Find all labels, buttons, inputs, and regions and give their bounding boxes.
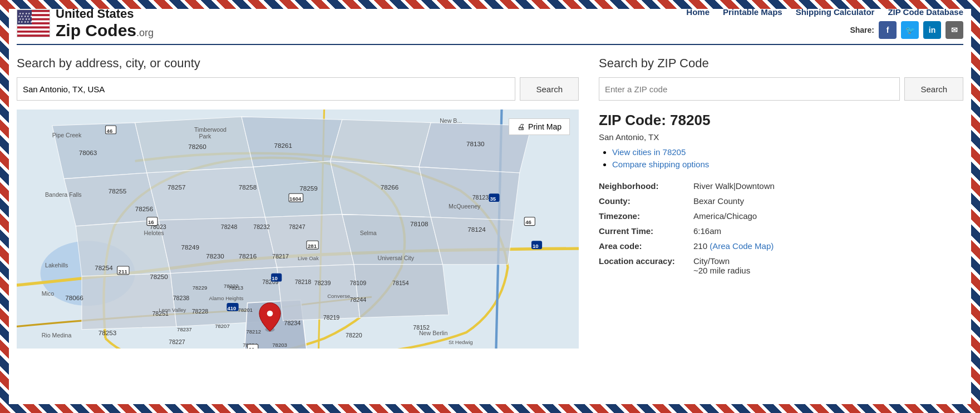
svg-marker-23 <box>330 120 431 167</box>
address-search-button[interactable]: Search <box>520 77 579 101</box>
svg-text:16: 16 <box>148 220 154 226</box>
svg-text:281: 281 <box>308 243 317 249</box>
svg-marker-35 <box>82 273 176 330</box>
logo-area: ★ ★ ★ ★ ★ ★ ★ ★ ★ ★ ★ ★ ★ ★ ★ ★ ★ ★ Unit… <box>17 7 154 39</box>
svg-marker-26 <box>147 167 265 221</box>
area-code-cell: 210 (Area Code Map) <box>693 238 963 253</box>
svg-text:78249: 78249 <box>181 244 200 251</box>
neighborhood-row: Neighborhood: River Walk|Downtown <box>599 178 963 193</box>
nav-printable-maps[interactable]: Printable Maps <box>723 7 782 17</box>
view-cities-link[interactable]: View cities in 78205 <box>612 147 686 157</box>
nav-zip-database[interactable]: ZIP Code Database <box>888 7 963 17</box>
address-search-input[interactable] <box>17 77 515 101</box>
zip-search-input[interactable] <box>599 77 900 101</box>
zip-search-row: Search <box>599 77 963 101</box>
svg-text:Selma: Selma <box>360 230 377 236</box>
svg-text:St Hedwig: St Hedwig <box>449 340 473 346</box>
svg-text:78203: 78203 <box>272 342 287 348</box>
svg-text:78230: 78230 <box>206 253 224 260</box>
svg-text:78250: 78250 <box>150 273 168 281</box>
print-map-button[interactable]: 🖨 Print Map <box>509 118 570 135</box>
svg-text:78217: 78217 <box>272 253 289 260</box>
compare-shipping-link[interactable]: Compare shipping options <box>612 160 709 169</box>
svg-marker-39 <box>354 265 449 318</box>
svg-text:78218: 78218 <box>295 278 312 285</box>
svg-text:78220: 78220 <box>346 332 362 339</box>
area-code-map-link[interactable]: (Area Code Map) <box>710 241 774 251</box>
svg-text:78229: 78229 <box>193 285 208 291</box>
svg-text:10: 10 <box>272 276 278 282</box>
svg-text:78212: 78212 <box>247 329 262 335</box>
printer-icon: 🖨 <box>517 122 525 131</box>
svg-text:Universal City: Universal City <box>378 255 415 262</box>
nav-home[interactable]: Home <box>686 7 710 17</box>
svg-text:78260: 78260 <box>188 143 206 151</box>
svg-text:78201: 78201 <box>238 307 253 313</box>
svg-text:46: 46 <box>107 128 113 134</box>
address-search-row: Search <box>17 77 579 101</box>
share-linkedin-button[interactable]: in <box>923 21 941 39</box>
svg-text:78207: 78207 <box>215 323 230 329</box>
svg-text:78124: 78124 <box>467 226 486 233</box>
svg-marker-29 <box>419 167 520 221</box>
nav-shipping-calculator[interactable]: Shipping Calculator <box>796 7 875 17</box>
svg-rect-8 <box>17 26 50 28</box>
svg-text:78227: 78227 <box>169 339 185 346</box>
map-container: 🖨 Print Map <box>17 110 579 349</box>
right-column: Search by ZIP Code Search ZIP Code: 7820… <box>579 56 963 349</box>
zip-link-item-cities: View cities in 78205 <box>612 147 963 157</box>
header-nav: Home Printable Maps Shipping Calculator … <box>686 7 963 39</box>
current-time-value: 6:16am <box>693 223 963 238</box>
svg-text:78216: 78216 <box>239 253 257 260</box>
nav-links: Home Printable Maps Shipping Calculator … <box>686 7 963 17</box>
svg-text:New B...: New B... <box>440 117 462 124</box>
svg-text:McQueeney: McQueeney <box>449 203 481 210</box>
svg-text:78239: 78239 <box>314 280 331 286</box>
svg-text:Helotes: Helotes <box>144 230 164 236</box>
zip-search-button[interactable]: Search <box>904 77 963 101</box>
share-facebook-button[interactable]: f <box>879 21 897 39</box>
svg-text:78266: 78266 <box>381 183 399 191</box>
svg-text:1604: 1604 <box>289 196 302 202</box>
svg-text:78256: 78256 <box>135 205 154 212</box>
svg-text:78108: 78108 <box>410 220 429 227</box>
info-table: Neighborhood: River Walk|Downtown County… <box>599 178 963 278</box>
svg-marker-25 <box>64 173 159 226</box>
svg-text:78257: 78257 <box>168 183 186 191</box>
svg-text:78247: 78247 <box>289 223 306 230</box>
svg-marker-20 <box>52 123 147 179</box>
svg-text:Pipe Creek: Pipe Creek <box>52 132 82 139</box>
svg-text:New Berlin: New Berlin <box>419 330 447 337</box>
svg-text:Lakehills: Lakehills <box>45 262 68 268</box>
share-label: Share: <box>850 26 874 34</box>
svg-text:78154: 78154 <box>392 280 409 286</box>
location-accuracy-cell: City/Town ~20 mile radius <box>693 253 963 278</box>
svg-text:Mico: Mico <box>42 291 55 297</box>
svg-text:410: 410 <box>227 305 236 311</box>
share-area: Share: f 🐦 in ✉ <box>850 21 963 39</box>
area-code-label: Area code: <box>599 238 693 253</box>
share-email-button[interactable]: ✉ <box>945 21 963 39</box>
svg-text:211: 211 <box>119 268 128 275</box>
map-svg: 78063 78260 78261 78130 78255 78257 7825… <box>17 110 579 349</box>
svg-text:78123: 78123 <box>472 194 489 201</box>
current-time-label: Current Time: <box>599 223 693 238</box>
svg-rect-9 <box>17 28 50 31</box>
timezone-row: Timezone: America/Chicago <box>599 208 963 223</box>
zip-search-label: Search by ZIP Code <box>599 56 963 71</box>
svg-text:10: 10 <box>533 243 539 249</box>
svg-text:★ ★ ★ ★ ★: ★ ★ ★ ★ ★ <box>18 20 33 23</box>
area-code-row: Area code: 210 (Area Code Map) <box>599 238 963 253</box>
svg-text:Bandera Falls: Bandera Falls <box>45 191 82 198</box>
svg-text:78248: 78248 <box>221 223 238 230</box>
svg-text:78130: 78130 <box>466 141 485 148</box>
svg-text:35: 35 <box>490 196 496 202</box>
zip-link-item-shipping: Compare shipping options <box>612 160 963 170</box>
svg-marker-27 <box>253 161 342 217</box>
location-accuracy-row: Location accuracy: City/Town ~20 mile ra… <box>599 253 963 278</box>
svg-text:78255: 78255 <box>109 188 127 195</box>
neighborhood-value: River Walk|Downtown <box>693 178 963 193</box>
share-twitter-button[interactable]: 🐦 <box>901 21 919 39</box>
location-accuracy-label: Location accuracy: <box>599 253 693 278</box>
svg-text:Converse: Converse <box>327 293 350 300</box>
